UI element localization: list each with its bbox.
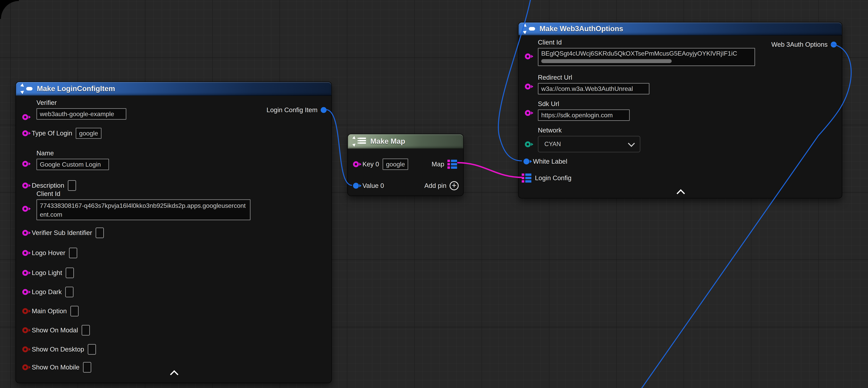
client-id-pin[interactable] bbox=[22, 206, 28, 212]
logo-hover-pin[interactable] bbox=[22, 250, 28, 256]
main-option-label: Main Option bbox=[32, 307, 67, 315]
map-output-pin[interactable] bbox=[447, 160, 457, 169]
node-make-map[interactable]: Make Map Key 0 google Map Value 0 Add pi… bbox=[347, 134, 464, 196]
logo-light-pin[interactable] bbox=[22, 270, 28, 276]
chevron-down-icon bbox=[628, 140, 635, 147]
node-header-make-web3auth-options[interactable]: Make Web3AuthOptions bbox=[519, 23, 842, 35]
white-label-label: White Label bbox=[533, 158, 567, 165]
logo-dark-checkbox[interactable] bbox=[65, 287, 73, 297]
wire-map-to-login-config[interactable] bbox=[457, 163, 523, 177]
collapse-node-button[interactable] bbox=[170, 370, 178, 379]
network-selected-value: CYAN bbox=[545, 141, 561, 148]
client-id-pin[interactable] bbox=[525, 53, 531, 59]
value-0-pin[interactable] bbox=[353, 183, 359, 189]
verifier-label: Verifier bbox=[36, 99, 126, 107]
logo-light-label: Logo Light bbox=[32, 269, 62, 277]
node-title: Make Map bbox=[370, 137, 405, 146]
node-make-web3auth-options[interactable]: Make Web3AuthOptions Web 3Auth Options C… bbox=[518, 22, 842, 198]
redirect-url-input[interactable]: w3a://com.w3a.Web3AuthUnreal bbox=[538, 83, 649, 94]
type-of-login-label: Type Of Login bbox=[32, 129, 72, 137]
logo-dark-pin[interactable] bbox=[22, 289, 28, 295]
description-label: Description bbox=[32, 182, 64, 189]
output-pin-label: Login Config Item bbox=[267, 106, 317, 114]
network-pin[interactable] bbox=[525, 141, 531, 147]
description-pin[interactable] bbox=[22, 183, 28, 188]
verifier-sub-identifier-checkbox[interactable] bbox=[96, 228, 104, 238]
verifier-pin[interactable] bbox=[22, 114, 28, 120]
key-0-pin[interactable] bbox=[353, 161, 359, 167]
client-id-text: BEglQSgt4cUWcj6SKRdu5QkOXTsePmMcusG5EAoy… bbox=[541, 50, 752, 57]
name-pin[interactable] bbox=[22, 161, 28, 167]
name-label: Name bbox=[36, 149, 109, 157]
show-on-modal-pin[interactable] bbox=[22, 327, 28, 333]
node-title: Make Web3AuthOptions bbox=[539, 25, 623, 33]
client-id-input[interactable]: BEglQSgt4cUWcj6SKRdu5QkOXTsePmMcusG5EAoy… bbox=[538, 48, 755, 66]
node-title: Make LoginConfigItem bbox=[37, 85, 115, 93]
description-checkbox[interactable] bbox=[68, 180, 76, 191]
show-on-desktop-label: Show On Desktop bbox=[32, 346, 84, 353]
blueprint-graph-canvas[interactable]: Make LoginConfigItem Login Config Item V… bbox=[0, 0, 868, 388]
logo-light-checkbox[interactable] bbox=[66, 268, 74, 278]
make-struct-icon bbox=[524, 25, 535, 33]
node-header-make-login-config-item[interactable]: Make LoginConfigItem bbox=[16, 82, 331, 96]
web3auth-options-output-pin[interactable] bbox=[831, 41, 837, 48]
show-on-mobile-pin[interactable] bbox=[22, 364, 28, 370]
type-of-login-input[interactable]: google bbox=[76, 128, 101, 139]
show-on-modal-label: Show On Modal bbox=[32, 327, 78, 334]
client-id-input[interactable]: 774338308167-q463s7kpvja16l4l0kko3nb925i… bbox=[36, 199, 250, 220]
show-on-desktop-checkbox[interactable] bbox=[88, 344, 96, 355]
key-0-input[interactable]: google bbox=[382, 158, 408, 170]
logo-hover-checkbox[interactable] bbox=[69, 248, 77, 258]
white-label-pin[interactable] bbox=[524, 158, 529, 165]
type-of-login-pin[interactable] bbox=[22, 130, 28, 136]
node-make-login-config-item[interactable]: Make LoginConfigItem Login Config Item V… bbox=[16, 82, 332, 383]
verifier-sub-identifier-pin[interactable] bbox=[22, 230, 28, 236]
verifier-input[interactable]: web3auth-google-example bbox=[36, 108, 126, 120]
main-option-checkbox[interactable] bbox=[70, 306, 79, 317]
logo-hover-label: Logo Hover bbox=[32, 249, 65, 257]
sdk-url-pin[interactable] bbox=[525, 110, 531, 116]
node-header-make-map[interactable]: Make Map bbox=[348, 134, 463, 149]
network-label: Network bbox=[538, 126, 640, 134]
client-id-label: Client Id bbox=[538, 39, 755, 46]
client-id-scrollbar[interactable] bbox=[541, 59, 672, 63]
add-pin-button[interactable]: + bbox=[450, 181, 459, 190]
value-0-label: Value 0 bbox=[363, 182, 384, 189]
redirect-url-label: Redirect Url bbox=[538, 74, 649, 81]
client-id-label: Client Id bbox=[36, 190, 250, 198]
login-config-pin[interactable] bbox=[522, 174, 531, 183]
main-option-pin[interactable] bbox=[22, 308, 28, 314]
make-map-icon bbox=[353, 137, 366, 146]
network-dropdown[interactable]: CYAN bbox=[538, 136, 640, 152]
sdk-url-label: Sdk Url bbox=[538, 100, 630, 108]
map-output-label: Map bbox=[432, 160, 444, 168]
window-corner bbox=[0, 0, 19, 19]
make-struct-icon bbox=[21, 84, 33, 93]
key-0-label: Key 0 bbox=[363, 160, 379, 168]
name-input[interactable]: Google Custom Login bbox=[36, 159, 109, 170]
show-on-desktop-pin[interactable] bbox=[22, 347, 28, 352]
collapse-node-button[interactable] bbox=[677, 189, 685, 198]
login-config-item-output-pin[interactable] bbox=[321, 107, 327, 113]
add-pin-label: Add pin bbox=[424, 182, 446, 189]
show-on-modal-checkbox[interactable] bbox=[82, 325, 90, 335]
verifier-sub-identifier-label: Verifier Sub Identifier bbox=[32, 229, 92, 237]
sdk-url-input[interactable]: https://sdk.openlogin.com bbox=[538, 110, 630, 121]
logo-dark-label: Logo Dark bbox=[32, 288, 62, 296]
redirect-url-pin[interactable] bbox=[525, 84, 531, 90]
show-on-mobile-label: Show On Mobile bbox=[32, 363, 80, 371]
output-pin-label: Web 3Auth Options bbox=[771, 41, 828, 48]
show-on-mobile-checkbox[interactable] bbox=[83, 362, 91, 372]
login-config-label: Login Config bbox=[535, 174, 571, 182]
